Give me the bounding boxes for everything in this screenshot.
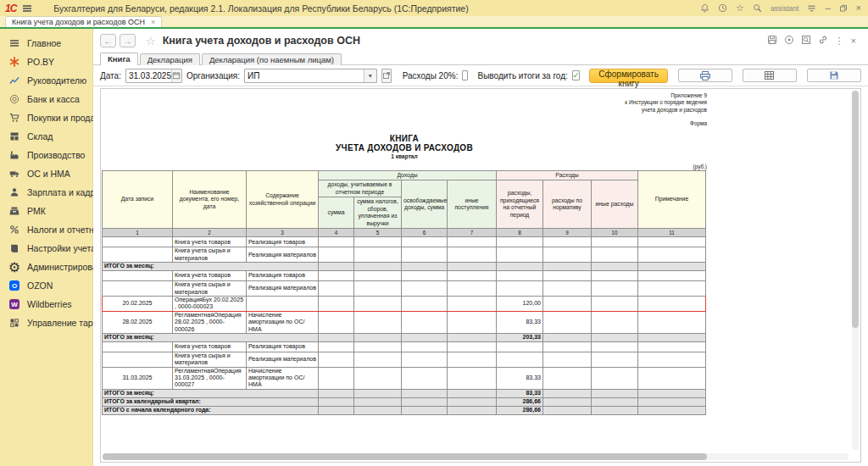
cell[interactable]: 203,33 (497, 333, 543, 341)
cell[interactable] (592, 333, 638, 341)
cell[interactable] (354, 406, 402, 414)
cell[interactable] (402, 352, 448, 367)
main-menu-icon[interactable] (22, 3, 32, 14)
cell[interactable] (103, 271, 173, 281)
cell[interactable] (448, 341, 497, 352)
sidebar-item[interactable]: Производство (0, 146, 92, 164)
cell[interactable] (448, 237, 497, 247)
cell[interactable] (319, 406, 354, 414)
cell[interactable] (319, 311, 354, 333)
cell[interactable] (319, 263, 354, 271)
cell[interactable] (543, 333, 592, 341)
cell[interactable] (497, 341, 543, 352)
cell[interactable] (402, 296, 448, 311)
cell[interactable] (448, 263, 497, 271)
cell[interactable] (543, 367, 592, 389)
cell[interactable] (319, 237, 354, 247)
cell[interactable] (638, 406, 706, 414)
cell[interactable] (354, 237, 402, 247)
vertical-scrollbar-thumb[interactable] (852, 91, 859, 328)
cell[interactable] (448, 271, 497, 281)
cell[interactable] (543, 247, 592, 263)
cell[interactable] (448, 296, 497, 311)
favorite-star-icon[interactable]: ☆ (146, 35, 156, 47)
cell[interactable] (354, 333, 402, 341)
dropdown-icon[interactable]: ▾ (364, 69, 376, 82)
cell[interactable]: ИТОГО за календарный квартал: (103, 397, 319, 406)
report-save-icon[interactable] (767, 33, 777, 48)
sidebar-item[interactable]: WWildberries (0, 295, 92, 313)
search-icon[interactable] (753, 3, 762, 13)
cell[interactable] (319, 333, 354, 341)
cell[interactable] (638, 271, 706, 281)
cell[interactable]: ИТОГО за месяц: (103, 333, 319, 341)
cell[interactable] (402, 406, 448, 414)
vertical-scrollbar[interactable] (852, 91, 859, 450)
sidebar-item[interactable]: PO.BY (0, 53, 92, 71)
cell[interactable] (497, 263, 543, 271)
cell[interactable] (402, 367, 448, 389)
tab-close-icon[interactable]: × (151, 18, 155, 26)
cell[interactable]: 286,66 (497, 397, 543, 406)
cell[interactable]: 83,33 (497, 367, 543, 389)
cell[interactable]: 83,33 (497, 311, 543, 333)
history-icon[interactable] (718, 3, 727, 13)
cell[interactable] (638, 281, 706, 297)
cell[interactable] (543, 406, 592, 414)
totals-year-checkbox[interactable]: ✓ (572, 70, 581, 80)
form-tab[interactable]: Декларация (по наемным лицам) (202, 53, 342, 65)
cell[interactable]: 20.02.2025 (103, 296, 173, 311)
cell[interactable]: Реализация материалов (247, 281, 319, 297)
cell[interactable] (319, 281, 354, 297)
cell[interactable] (354, 389, 402, 397)
back-button[interactable]: ← (100, 34, 116, 47)
cell[interactable] (638, 352, 706, 367)
cell[interactable] (354, 341, 402, 352)
sidebar-item[interactable]: Зарплата и кадры (0, 183, 92, 202)
cell[interactable] (592, 281, 638, 297)
cell[interactable] (638, 296, 706, 311)
cell[interactable] (592, 263, 638, 271)
cell[interactable]: Реализация товаров (247, 237, 319, 247)
restore-button[interactable] (839, 4, 848, 13)
cell[interactable] (543, 237, 592, 247)
cell[interactable] (543, 281, 592, 297)
service-menu-icon[interactable] (807, 3, 816, 13)
cell[interactable] (448, 247, 497, 263)
cell[interactable]: Книга учета товаров (173, 341, 247, 352)
cell[interactable] (638, 237, 706, 247)
cell[interactable]: 83,33 (497, 389, 543, 397)
find-icon[interactable] (801, 33, 811, 48)
forward-button[interactable]: → (120, 34, 136, 47)
expenses-20-checkbox[interactable] (462, 70, 468, 80)
cell[interactable] (448, 389, 497, 397)
cell[interactable] (319, 247, 354, 263)
help-circle-icon[interactable] (784, 33, 794, 48)
cell[interactable] (354, 397, 402, 406)
table-settings-button[interactable] (743, 69, 797, 82)
cell[interactable] (638, 263, 706, 271)
cell[interactable] (354, 367, 402, 389)
cell[interactable] (402, 263, 448, 271)
sidebar-item[interactable]: ОС и НМА (0, 164, 92, 183)
cell[interactable] (319, 341, 354, 352)
cell[interactable]: 120,00 (497, 296, 543, 311)
cell[interactable] (638, 333, 706, 341)
cell[interactable] (592, 389, 638, 397)
sidebar-item[interactable]: Покупки и продажи (0, 108, 92, 127)
cell[interactable]: РегламентнаяОперация 28.02.2025 , 0000-0… (173, 311, 247, 333)
cell[interactable]: Книга учета товаров (173, 271, 247, 281)
cell[interactable] (448, 333, 497, 341)
cell[interactable] (319, 296, 354, 311)
cell[interactable]: Реализация материалов (247, 247, 319, 263)
cell[interactable] (543, 341, 592, 352)
form-tab[interactable]: Декларация (140, 53, 200, 65)
cell[interactable]: 31.03.2025 (103, 367, 173, 389)
cell[interactable] (592, 296, 638, 311)
sidebar-item[interactable]: Главное (0, 34, 92, 53)
cell[interactable]: ИТОГО с начала календарного года: (103, 406, 319, 414)
sidebar-item[interactable]: Руководителю (0, 71, 92, 90)
cell[interactable] (103, 341, 173, 352)
cell[interactable] (497, 237, 543, 247)
close-window-button[interactable]: × (856, 3, 861, 13)
